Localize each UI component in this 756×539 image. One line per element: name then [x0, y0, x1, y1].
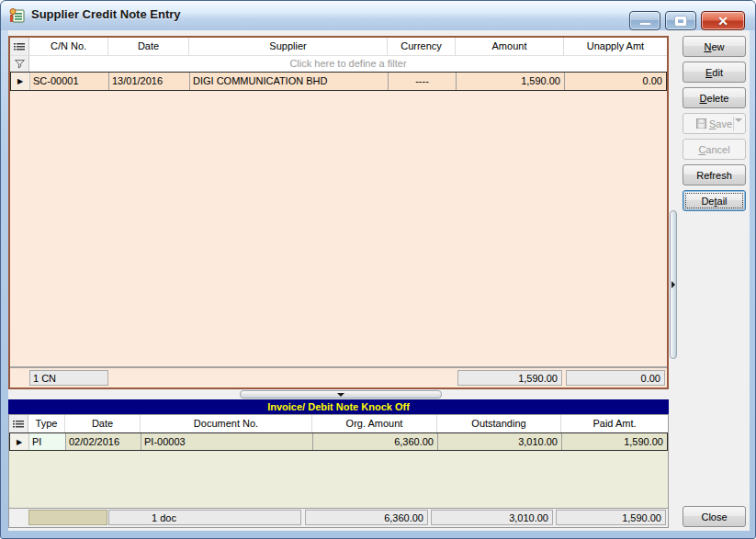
save-dropdown-icon — [735, 118, 742, 122]
application-window: Supplier Credit Note Entry ✕ C/N No. Dat… — [0, 0, 756, 539]
current-row-arrow-icon: ▶ — [17, 438, 22, 446]
cn-grid-header-row: C/N No. Date Supplier Currency Amount Un… — [10, 38, 667, 55]
save-button: Save — [683, 113, 746, 134]
cell-cn-no[interactable]: SC-00001 — [30, 73, 109, 90]
client-area: C/N No. Date Supplier Currency Amount Un… — [8, 30, 750, 531]
edit-button[interactable]: Edit — [683, 62, 746, 83]
filter-row[interactable]: Click here to define a filter — [10, 55, 667, 72]
knockoff-caption: Invoice/ Debit Note Knock Off — [8, 399, 669, 414]
row-indicator-cell-2: ▶ — [10, 433, 29, 450]
footer-khaki-cell — [28, 510, 107, 525]
refresh-button[interactable]: Refresh — [683, 164, 746, 185]
cell-amount[interactable]: 1,590.00 — [457, 73, 565, 90]
cell-document-no[interactable]: PI-00003 — [141, 433, 313, 450]
cn-grid-empty-area — [10, 91, 667, 366]
col-header-amount[interactable]: Amount — [456, 38, 564, 55]
col-header-unapply-amt[interactable]: Unapply Amt — [564, 38, 667, 55]
col-header-outstanding[interactable]: Outstanding — [437, 415, 561, 432]
cancel-button: Cancel — [683, 139, 746, 160]
maximize-button[interactable] — [665, 11, 696, 30]
grid-customize-button[interactable] — [10, 38, 29, 55]
customize-icon — [13, 420, 24, 429]
close-icon: ✕ — [717, 15, 728, 28]
detail-button[interactable]: Detail — [683, 190, 746, 211]
footer-cn-count: 1 CN — [29, 370, 108, 386]
col-header-supplier[interactable]: Supplier — [189, 38, 388, 55]
col-header-currency[interactable]: Currency — [388, 38, 456, 55]
col-header-org-amount[interactable]: Org. Amount — [312, 415, 437, 432]
minimize-button[interactable] — [629, 11, 660, 30]
window-title: Supplier Credit Note Entry — [31, 7, 181, 21]
cell-ko-date[interactable]: 02/02/2016 — [66, 433, 141, 450]
grid-customize-button-2[interactable] — [9, 415, 28, 432]
filter-prompt[interactable]: Click here to define a filter — [29, 56, 667, 72]
titlebar[interactable]: Supplier Credit Note Entry ✕ — [1, 1, 756, 30]
new-button[interactable]: New — [683, 36, 746, 57]
vertical-splitter-handle[interactable] — [670, 210, 677, 359]
col-header-paid-amt[interactable]: Paid Amt. — [561, 415, 668, 432]
cell-type[interactable]: PI — [29, 433, 66, 450]
footer-outstanding-total: 3,010.00 — [431, 510, 553, 525]
footer-org-amount-total: 6,360.00 — [305, 510, 428, 525]
footer-unapply-total: 0.00 — [566, 370, 665, 386]
close-button[interactable]: Close — [683, 506, 746, 527]
cell-outstanding[interactable]: 3,010.00 — [438, 433, 562, 450]
cn-grid-footer: 1 CN 1,590.00 0.00 — [10, 368, 667, 387]
knockoff-grid: Type Date Document No. Org. Amount Outst… — [8, 414, 669, 528]
minimize-icon — [639, 22, 651, 26]
cell-unapply-amt[interactable]: 0.00 — [565, 73, 666, 90]
horizontal-splitter[interactable] — [8, 389, 669, 399]
cn-row[interactable]: ▶ SC-00001 13/01/2016 DIGI COMMUNICATION… — [10, 72, 667, 91]
save-icon — [696, 118, 706, 129]
cell-date[interactable]: 13/01/2016 — [109, 73, 190, 90]
save-split-separator — [733, 117, 734, 131]
knockoff-row[interactable]: ▶ PI 02/02/2016 PI-00003 6,360.00 3,010.… — [9, 432, 668, 451]
cell-currency[interactable]: ---- — [389, 73, 457, 90]
col-header-ko-date[interactable]: Date — [65, 415, 141, 432]
delete-button[interactable]: Delete — [683, 87, 746, 108]
chevron-right-icon — [671, 281, 675, 288]
footer-paid-amt-total: 1,590.00 — [556, 510, 666, 525]
splitter-collapse-handle[interactable] — [240, 390, 442, 399]
col-header-cn-no[interactable]: C/N No. — [29, 38, 108, 55]
footer-doc-count: 1 doc — [108, 510, 301, 525]
maximize-icon — [675, 17, 686, 26]
credit-note-grid: C/N No. Date Supplier Currency Amount Un… — [8, 36, 669, 389]
window-close-button[interactable]: ✕ — [701, 11, 745, 30]
footer-amount-total: 1,590.00 — [457, 370, 562, 386]
cell-paid-amt[interactable]: 1,590.00 — [562, 433, 667, 450]
knockoff-header-row: Type Date Document No. Org. Amount Outst… — [9, 415, 668, 432]
filter-icon-cell — [10, 56, 29, 72]
chevron-down-icon — [337, 393, 344, 397]
customize-icon — [14, 42, 25, 51]
cell-org-amount[interactable]: 6,360.00 — [313, 433, 438, 450]
current-row-arrow-icon: ▶ — [17, 77, 23, 85]
row-indicator-cell: ▶ — [11, 73, 30, 90]
app-icon — [9, 7, 26, 24]
knockoff-footer: 1 doc 6,360.00 3,010.00 1,590.00 — [9, 509, 668, 527]
filter-icon — [15, 60, 25, 69]
col-header-document-no[interactable]: Document No. — [141, 415, 312, 432]
cell-supplier[interactable]: DIGI COMMUNICATION BHD — [190, 73, 389, 90]
knockoff-empty-area — [9, 451, 668, 508]
col-header-type[interactable]: Type — [28, 415, 65, 432]
col-header-date[interactable]: Date — [108, 38, 189, 55]
